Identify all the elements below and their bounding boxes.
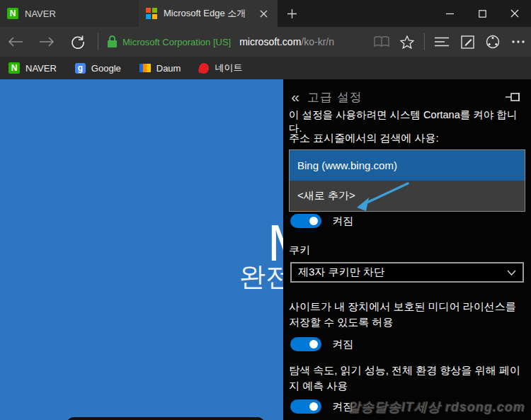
panel-header: « 고급 설정 [283,86,531,108]
chevron-down-icon [507,270,516,276]
add-favorite-button[interactable] [394,27,420,57]
more-icon [512,40,525,43]
toggle-state-label: 켜짐 [332,215,353,228]
divider [98,33,98,50]
maximize-button[interactable] [466,0,498,27]
media-license-toggle-row: 켜짐 [290,337,353,351]
refresh-button[interactable] [62,27,93,57]
favorite-daum[interactable]: Daum [139,63,181,74]
pin-panel-button[interactable] [503,86,524,108]
security-text: Microsoft Corporation [US] [122,37,231,47]
search-suggestions-toggle[interactable] [290,214,321,228]
microsoft-logo-icon [146,8,157,19]
forward-button[interactable] [31,27,62,57]
tab-bar: N NAVER Microsoft Edge 소개 [0,0,531,27]
cookies-dropdown-value: 제3자 쿠키만 차단 [298,266,507,279]
google-favicon-icon: g [75,63,86,74]
page-prediction-toggle[interactable] [290,399,321,414]
cookies-label: 쿠키 [289,244,310,257]
blog-watermark: 알송달송IT세상 rdsong.com [348,399,525,416]
cookies-dropdown[interactable]: 제3자 쿠키만 차단 [290,262,524,283]
favorite-label: NAVER [25,63,57,74]
back-icon [8,37,23,47]
search-provider-listbox: Bing (www.bing.com) <새로 추가> [289,149,525,212]
window-controls [433,0,531,27]
media-license-toggle[interactable] [290,337,321,351]
favorite-naver[interactable]: N NAVER [8,62,57,74]
url-path: /ko-kr/n [301,36,334,47]
back-chevron-icon[interactable]: « [283,86,307,108]
close-tab-icon[interactable] [256,6,270,21]
panel-title: 고급 설정 [307,89,362,106]
tab-naver[interactable]: N NAVER [0,0,139,27]
naver-favicon-icon: N [7,8,18,19]
url-field[interactable]: microsoft.com/ko-kr/n [239,36,334,47]
nate-favicon-icon [198,62,210,74]
reading-view-icon [374,36,389,47]
page-prediction-text: 탐색 속도, 읽기 성능, 전체 환경 향상을 위해 페이지 예측 사용 [289,363,528,394]
tab-edge-intro[interactable]: Microsoft Edge 소개 [139,0,278,27]
listbox-option-bing[interactable]: Bing (www.bing.com) [290,150,525,181]
address-bar: Microsoft Corporation [US] microsoft.com… [0,27,531,57]
page-prediction-toggle-row: 켜짐 [290,399,353,414]
close-window-button[interactable] [498,0,531,27]
naver-favicon-icon: N [8,62,20,74]
search-suggestions-toggle-row: 켜짐 [290,214,353,228]
reading-view-button[interactable] [369,27,394,57]
advanced-settings-panel: « 고급 설정 이 설정을 사용하려면 시스템 Cortana를 켜야 합니다.… [283,79,531,420]
back-button[interactable] [0,27,31,57]
listbox-option-add-new[interactable]: <새로 추가> [290,181,525,211]
page-content: M 완전 [0,79,531,420]
address-bar-actions [369,27,531,57]
minimize-button[interactable] [433,0,466,27]
favorite-label: Google [91,63,121,74]
web-note-icon [461,35,474,49]
site-security[interactable]: Microsoft Corporation [US] [107,35,231,48]
toggle-state-label: 켜짐 [332,338,353,351]
divider [424,33,425,50]
hub-icon [435,37,449,47]
new-tab-button[interactable] [278,0,306,27]
search-provider-label: 주소 표시줄에서의 검색에 사용: [289,132,439,145]
web-note-button[interactable] [455,27,480,57]
favorite-label: 네이트 [215,62,242,74]
favorite-label: Daum [156,63,181,74]
forward-icon [39,37,55,47]
favorite-star-icon [400,35,414,49]
media-license-text: 사이트가 내 장치에서 보호된 미디어 라이선스를 저장할 수 있도록 허용 [289,299,528,330]
tab-label: NAVER [25,8,132,19]
url-domain: microsoft.com [239,36,301,47]
favorite-google[interactable]: g Google [75,63,121,74]
tab-label: Microsoft Edge 소개 [164,7,250,20]
refresh-icon [71,35,85,49]
hub-button[interactable] [429,27,455,57]
share-icon [486,35,500,49]
favorite-nate[interactable]: 네이트 [199,62,242,74]
share-button[interactable] [480,27,506,57]
pin-icon [506,93,521,101]
favorites-bar: N NAVER g Google Daum 네이트 [0,57,531,79]
lock-icon [107,35,118,48]
daum-favicon-icon [139,64,151,72]
more-button[interactable] [506,27,531,57]
browser-window: N NAVER Microsoft Edge 소개 [0,0,531,420]
